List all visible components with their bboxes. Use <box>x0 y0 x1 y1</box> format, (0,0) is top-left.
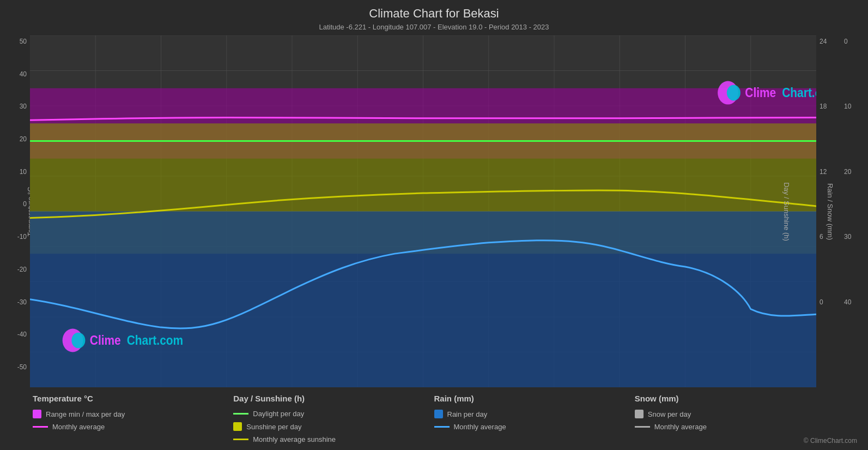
snow-swatch <box>635 410 644 418</box>
legend-item-rain: Rain per day <box>434 410 635 418</box>
legend-col-temperature: Temperature °C Range min / max per day M… <box>33 394 233 443</box>
legend-area: Temperature °C Range min / max per day M… <box>0 387 868 450</box>
rain-swatch <box>434 410 443 418</box>
legend-col-snow: Snow (mm) Snow per day Monthly average <box>635 394 835 443</box>
right-axis-sunshine-label: Day / Sunshine (h) <box>783 182 791 241</box>
y-axis-right-rain: 0 10 20 30 40 X <box>841 35 868 387</box>
svg-rect-24 <box>30 212 816 388</box>
chart-subtitle: Latitude -6.221 - Longitude 107.007 - El… <box>319 23 549 31</box>
chart-svg: Clime Chart.com Clime Chart.com <box>30 35 816 387</box>
legend-item-snow-avg: Monthly average <box>635 423 835 431</box>
legend-title-rain: Rain (mm) <box>434 394 635 403</box>
svg-point-27 <box>727 85 740 101</box>
svg-text:Chart.com: Chart.com <box>782 86 816 100</box>
svg-text:Clime: Clime <box>745 86 776 100</box>
temp-range-swatch <box>33 410 41 418</box>
chart-area: Temperature °C 50 40 30 20 10 0 -10 -20 … <box>0 35 868 387</box>
rain-avg-swatch <box>434 426 450 428</box>
legend-item-rain-avg: Monthly average <box>434 423 635 431</box>
legend-item-snow: Snow per day <box>635 410 835 418</box>
legend-item-sunshine: Sunshine per day <box>233 422 434 431</box>
temp-avg-swatch <box>33 426 48 428</box>
svg-text:Chart.com: Chart.com <box>127 333 183 348</box>
snow-avg-swatch <box>635 426 650 428</box>
legend-item-temp-range: Range min / max per day <box>33 410 233 418</box>
main-container: Climate Chart for Bekasi Latitude -6.221… <box>0 0 868 450</box>
svg-point-31 <box>71 333 85 349</box>
legend-title-snow: Snow (mm) <box>635 394 835 403</box>
legend-item-daylight: Daylight per day <box>233 410 434 418</box>
chart-title: Climate Chart for Bekasi <box>369 7 499 21</box>
legend-col-sunshine: Day / Sunshine (h) Daylight per day Suns… <box>233 394 434 443</box>
y-axis-left: 50 40 30 20 10 0 -10 -20 -30 -40 -50 <box>0 35 30 387</box>
daylight-swatch <box>233 413 248 415</box>
svg-text:Clime: Clime <box>90 333 121 348</box>
sunshine-avg-swatch <box>233 439 248 440</box>
copyright: © ClimeChart.com <box>804 437 857 445</box>
legend-item-sunshine-avg: Monthly average sunshine <box>233 435 434 443</box>
sunshine-swatch <box>233 422 242 431</box>
legend-title-temperature: Temperature °C <box>33 394 233 403</box>
chart-plot: Clime Chart.com Clime Chart.com Jan Feb … <box>30 35 816 387</box>
legend-col-rain: Rain (mm) Rain per day Monthly average <box>434 394 635 443</box>
legend-item-temp-avg: Monthly average <box>33 423 233 431</box>
right-axis-rain-label: Rain / Snow (mm) <box>825 183 834 239</box>
legend-title-sunshine: Day / Sunshine (h) <box>233 394 434 403</box>
